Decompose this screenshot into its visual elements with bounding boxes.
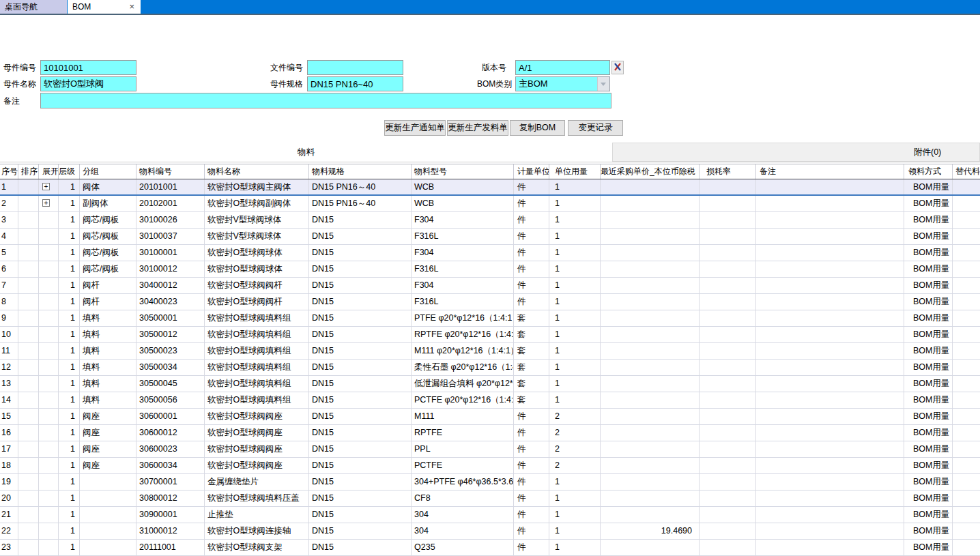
cell-material-spec: DN15 xyxy=(309,392,412,408)
col-header-qty-per-unit[interactable]: 单位用量 xyxy=(549,164,601,179)
col-header-material-code[interactable]: 物料编号 xyxy=(136,164,205,179)
table-row[interactable]: 111填料30500023软密封O型球阀填料组DN15M111 φ20*φ12*… xyxy=(0,343,980,360)
cell-group: 阀杆 xyxy=(80,278,136,293)
update-production-notice-button[interactable]: 更新生产通知单 xyxy=(384,120,446,136)
cell-seq: 4 xyxy=(0,229,18,244)
cell-expand xyxy=(39,294,59,310)
cell-material-model: F304 xyxy=(412,278,514,293)
table-row[interactable]: 31阀芯/阀板30100026软密封V型球阀球体DN15F304件1BOM用量 xyxy=(0,212,980,229)
expand-plus-icon[interactable]: + xyxy=(42,183,50,190)
cell-material-spec: DN15 xyxy=(309,294,412,310)
cell-unit: 套 xyxy=(514,376,549,392)
table-row[interactable]: 71阀杆30400012软密封O型球阀阀杆DN15F304件1BOM用量 xyxy=(0,278,980,294)
col-header-picking-method[interactable]: 领料方式 xyxy=(904,164,953,179)
expand-plus-icon[interactable]: + xyxy=(42,199,50,207)
col-header-group[interactable]: 分组 xyxy=(80,164,136,179)
doc-code-field[interactable] xyxy=(307,60,403,75)
cell-material-spec: DN15 xyxy=(309,376,412,392)
table-row[interactable]: 81阀杆30400023软密封O型球阀阀杆DN15F316L件1BOM用量 xyxy=(0,294,980,310)
cell-expand xyxy=(39,212,59,228)
table-row[interactable]: 51阀芯/阀板30100001软密封O型球阀球体DN15F304件1BOM用量 xyxy=(0,245,980,261)
col-header-level[interactable]: 层级 xyxy=(59,164,80,179)
col-header-material-spec[interactable]: 物料规格 xyxy=(309,164,412,179)
cell-note xyxy=(756,245,904,261)
cell-material-model: 304+PTFE φ46*φ36.5*3.6 xyxy=(412,474,514,490)
tab-desktop-nav[interactable]: 桌面导航 xyxy=(0,0,67,14)
cell-material-spec: DN15 xyxy=(309,458,412,473)
col-header-substitute[interactable]: 替代料 xyxy=(953,164,980,179)
table-row[interactable]: 61阀芯/阀板30100012软密封O型球阀球体DN15F316L件1BOM用量 xyxy=(0,261,980,278)
cell-qty-per-unit: 1 xyxy=(549,196,601,211)
cell-level: 1 xyxy=(59,294,80,310)
cell-picking-method: BOM用量 xyxy=(904,212,953,228)
cell-seq: 2 xyxy=(0,196,18,211)
table-row[interactable]: 151阀座30600001软密封O型球阀阀座DN15M111件2BOM用量 xyxy=(0,409,980,425)
cell-note xyxy=(756,540,904,555)
version-field[interactable] xyxy=(515,60,610,75)
table-row[interactable]: 21130900001止推垫DN15304件1BOM用量 xyxy=(0,507,980,523)
table-row[interactable]: 91填料30500001软密封O型球阀填料组DN15PTFE φ20*φ12*1… xyxy=(0,310,980,327)
cell-recent-purchase-price xyxy=(601,409,700,424)
col-header-material-name[interactable]: 物料名称 xyxy=(205,164,309,179)
cell-expand xyxy=(39,474,59,490)
cell-expand xyxy=(39,458,59,473)
col-header-seq[interactable]: 序号 xyxy=(0,164,18,179)
parent-spec-field[interactable] xyxy=(307,76,403,91)
table-row[interactable]: 22131000012软密封O型球阀连接轴DN15304件119.4690BOM… xyxy=(0,523,980,540)
col-header-expand[interactable]: 展开 xyxy=(39,164,59,179)
cell-group: 阀芯/阀板 xyxy=(80,229,136,244)
table-row[interactable]: 101填料30500012软密封O型球阀填料组DN15RPTFE φ20*φ12… xyxy=(0,327,980,343)
tab-materials[interactable]: 物料 xyxy=(0,143,612,162)
close-icon[interactable]: × xyxy=(129,0,134,14)
cell-unit: 件 xyxy=(514,278,549,293)
table-row[interactable]: 171阀座30600023软密封O型球阀阀座DN15PPL件2BOM用量 xyxy=(0,441,980,458)
table-row[interactable]: 131填料30500045软密封O型球阀填料组DN15低泄漏组合填料 φ20*φ… xyxy=(0,376,980,392)
cell-unit: 件 xyxy=(514,491,549,506)
bom-type-select[interactable]: 主BOM xyxy=(515,76,610,91)
col-header-sort[interactable]: 排序 xyxy=(18,164,39,179)
cell-expand xyxy=(39,278,59,293)
cell-group xyxy=(80,474,136,490)
table-row[interactable]: 121填料30500034软密封O型球阀填料组DN15柔性石墨 φ20*φ12*… xyxy=(0,360,980,376)
col-header-loss-rate[interactable]: 损耗率 xyxy=(700,164,756,179)
table-row[interactable]: 20130800012软密封O型球阀填料压盖DN15CF8件1BOM用量 xyxy=(0,491,980,507)
col-header-material-model[interactable]: 物料型号 xyxy=(412,164,514,179)
cell-note xyxy=(756,523,904,539)
cell-expand xyxy=(39,523,59,539)
table-row[interactable]: 2+1副阀体20102001软密封O型球阀副阀体DN15 PN16～40WCB件… xyxy=(0,196,980,212)
copy-bom-button[interactable]: 复制BOM xyxy=(510,120,565,136)
cell-qty-per-unit: 1 xyxy=(549,360,601,375)
cell-note xyxy=(756,376,904,392)
col-header-recent-purchase-price[interactable]: 最近采购单价_本位币除税 xyxy=(601,164,700,179)
cell-loss-rate xyxy=(700,261,756,277)
table-row[interactable]: 141填料30500056软密封O型球阀填料组DN15PCTFE φ20*φ12… xyxy=(0,392,980,409)
cell-sort xyxy=(18,179,39,194)
cell-recent-purchase-price xyxy=(601,425,700,441)
dropdown-button[interactable] xyxy=(597,77,609,91)
table-row[interactable]: 23120111001软密封O型球阀支架DN15Q235件1BOM用量 xyxy=(0,540,980,556)
cell-loss-rate xyxy=(700,245,756,261)
parent-name-field[interactable] xyxy=(40,76,136,91)
table-row[interactable]: 19130700001金属缠绕垫片DN15304+PTFE φ46*φ36.5*… xyxy=(0,474,980,491)
tab-attachments-label[interactable]: 附件(0) xyxy=(914,143,941,162)
table-row[interactable]: 161阀座30600012软密封O型球阀阀座DN15RPTFE件2BOM用量 xyxy=(0,425,980,441)
col-header-unit[interactable]: 计量单位 xyxy=(514,164,549,179)
tab-bom[interactable]: BOM × xyxy=(68,0,141,14)
cell-material-code: 20102001 xyxy=(136,196,205,211)
cell-material-code: 31000012 xyxy=(136,523,205,539)
cell-group: 填料 xyxy=(80,376,136,392)
change-log-button[interactable]: 变更记录 xyxy=(568,120,623,136)
table-row[interactable]: 1+1阀体20101001软密封O型球阀主阀体DN15 PN16～40WCB件1… xyxy=(0,179,980,196)
table-row[interactable]: 41阀芯/阀板30100037软密封V型球阀球体DN15F316L件1BOM用量 xyxy=(0,229,980,245)
cell-expand xyxy=(39,425,59,441)
remark-field[interactable] xyxy=(40,93,611,108)
col-header-note[interactable]: 备注 xyxy=(756,164,904,179)
cell-unit: 件 xyxy=(514,507,549,523)
cell-recent-purchase-price xyxy=(601,474,700,490)
version-maintain-button[interactable] xyxy=(611,61,624,74)
parent-code-field[interactable] xyxy=(40,60,136,75)
table-row[interactable]: 181阀座30600034软密封O型球阀阀座DN15PCTFE件2BOM用量 xyxy=(0,458,980,474)
cell-picking-method: BOM用量 xyxy=(904,474,953,490)
cell-seq: 19 xyxy=(0,474,18,490)
update-production-issue-button[interactable]: 更新生产发料单 xyxy=(447,120,508,136)
